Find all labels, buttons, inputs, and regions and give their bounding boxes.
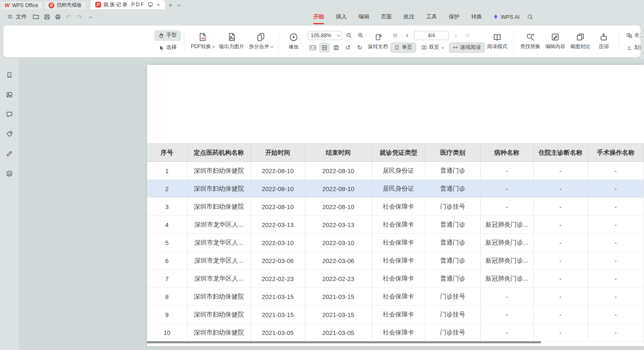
open-file-button[interactable] (30, 11, 41, 22)
table-cell: - (480, 180, 533, 198)
rotate-doc-button[interactable]: 旋转文档 (365, 31, 390, 52)
read-mode-button[interactable]: 阅读模式 (485, 31, 510, 52)
previous-page-button[interactable] (402, 31, 412, 40)
table-row: 3深圳市妇幼保健院2022-08-102022-08-10社会保障卡门诊挂号--… (147, 198, 644, 216)
menu-tab-comment[interactable]: 批注 (398, 9, 420, 24)
document-area[interactable]: 序号定点医药机构名称开始时间结束时间就诊凭证类型医疗类别病种名称住院主诊断名称手… (18, 59, 644, 350)
menu-tab-wps-ai[interactable]: WPS AI (488, 9, 525, 24)
zoom-level-combobox[interactable]: 105.88% (308, 31, 342, 40)
play-label: 播放 (289, 43, 299, 51)
play-button[interactable]: 播放 (283, 31, 304, 52)
monitor-icon[interactable] (147, 2, 153, 8)
edit-content-button[interactable]: 编辑内容 (543, 31, 568, 52)
zoom-in-button[interactable] (355, 31, 365, 40)
thumbnails-panel-button[interactable] (3, 89, 15, 100)
undo-history-chevron-icon[interactable] (85, 11, 96, 22)
split-merge-chevron-icon (270, 45, 273, 48)
table-cell: 2022-08-10 (251, 162, 305, 180)
split-merge-label: 拆分合并 (249, 43, 269, 50)
close-tab-icon[interactable]: × (157, 2, 160, 8)
actual-size-button[interactable]: 1:1 (308, 43, 318, 52)
first-page-button[interactable] (390, 31, 401, 40)
comments-panel-button[interactable] (3, 109, 15, 120)
table-header-cell: 就诊凭证类型 (372, 144, 425, 162)
bookmarks-panel-button[interactable] (3, 69, 15, 80)
menu-tab-insert[interactable]: 插入 (330, 9, 352, 24)
single-page-label: 单页 (402, 44, 412, 51)
rotate-left-button[interactable]: ↺ (343, 43, 353, 52)
full-text-translate-button[interactable]: 文A 全文翻译 (623, 31, 641, 41)
menu-tab-protect[interactable]: 保护 (443, 9, 465, 24)
table-cell: 4 (147, 216, 187, 234)
table-cell: 深圳市妇幼保健院 (187, 198, 251, 216)
screenshot-compare-button[interactable]: 截图对比 (568, 31, 593, 52)
pdf-convert-label: PDF转换 (191, 43, 211, 50)
tab-docer-templates[interactable]: d 找稻壳模板 (44, 1, 86, 9)
menu-tab-home[interactable]: 开始 (307, 9, 330, 24)
tab-list-chevron-icon[interactable] (175, 1, 183, 9)
table-cell: 门诊挂号 (425, 306, 480, 324)
word-translate-label: 划词翻译 (634, 44, 641, 51)
file-menu-button[interactable]: 文件 (3, 11, 30, 23)
save-button[interactable] (41, 11, 52, 22)
annotations-panel-button[interactable] (3, 128, 15, 139)
export-image-button[interactable]: 输出为图片 (217, 31, 247, 52)
fit-page-button[interactable] (331, 43, 341, 52)
page-number-input[interactable]: 4/4 (414, 31, 449, 40)
table-cell: 2022-03-13 (305, 216, 372, 234)
table-cell: - (533, 162, 588, 180)
table-cell: 社会保障卡 (372, 288, 425, 306)
file-menu-label: 文件 (16, 13, 27, 20)
pen-icon (6, 150, 13, 157)
table-cell: - (588, 252, 644, 270)
redo-button[interactable]: ↷ (74, 11, 85, 22)
fit-width-button[interactable] (319, 43, 330, 52)
table-cell: 社会保障卡 (372, 216, 425, 234)
table-cell: - (533, 270, 588, 288)
table-row: 1深圳市妇幼保健院2022-08-102022-08-10居民身份证普通门诊--… (147, 162, 644, 180)
table-cell: 5 (147, 234, 187, 252)
table-cell: 普通门诊 (425, 162, 480, 180)
table-cell: - (480, 288, 533, 306)
ribbon-divider (514, 31, 514, 52)
find-replace-button[interactable]: 查找替换 (518, 31, 543, 52)
table-row: 10深圳市妇幼保健院2021-03-052021-03-05社会保障卡门诊挂号-… (147, 324, 644, 342)
split-merge-button[interactable]: 拆分合并 (247, 31, 275, 52)
undo-button[interactable]: ↶ (63, 11, 74, 22)
menu-tab-page[interactable]: 页面 (375, 9, 398, 24)
tab-docer-label: 找稻壳模板 (57, 2, 82, 9)
hand-tool-button[interactable]: 手型 (155, 31, 180, 41)
save-icon (44, 14, 50, 20)
continuous-read-button[interactable]: 连续阅读 (449, 43, 485, 53)
new-tab-button[interactable]: + (166, 1, 175, 9)
pdf-convert-icon (198, 33, 207, 41)
table-cell: 2022-08-10 (251, 198, 305, 216)
signature-panel-button[interactable] (3, 148, 15, 159)
menubar-search-button[interactable] (525, 11, 535, 22)
menu-tab-tools[interactable]: 工具 (420, 9, 443, 24)
print-button[interactable] (52, 11, 63, 22)
table-cell: - (588, 288, 644, 306)
menu-tab-convert[interactable]: 转换 (465, 9, 488, 24)
pdf-convert-button[interactable]: PDF转换 (188, 31, 217, 52)
menu-tab-edit[interactable]: 编辑 (352, 9, 375, 24)
tab-wps-office[interactable]: W WPS Office (0, 1, 43, 9)
export-image-label: 输出为图片 (219, 43, 244, 50)
compress-button[interactable]: 压缩 (593, 31, 615, 52)
table-cell: 深圳市妇幼保健院 (187, 180, 251, 198)
zoom-out-button[interactable] (344, 31, 354, 40)
folder-icon (33, 13, 39, 20)
next-page-button[interactable] (451, 31, 461, 40)
table-cell: 3 (147, 198, 187, 216)
rotate-doc-label: 旋转文档 (368, 43, 388, 50)
double-page-label: 双页 (429, 44, 439, 51)
layers-panel-button[interactable] (3, 168, 15, 179)
last-page-button[interactable] (462, 31, 472, 40)
single-page-button[interactable]: 单页 (390, 43, 416, 53)
rotate-right-button[interactable]: ↻ (355, 43, 365, 52)
tab-document[interactable]: P 就医记录.PDF × (90, 0, 165, 9)
select-tool-button[interactable]: 选择 (155, 43, 180, 53)
word-translate-button[interactable]: A 划词翻译 (623, 43, 641, 53)
double-page-button[interactable]: 双页 (418, 43, 447, 53)
table-cell: 6 (147, 252, 187, 270)
